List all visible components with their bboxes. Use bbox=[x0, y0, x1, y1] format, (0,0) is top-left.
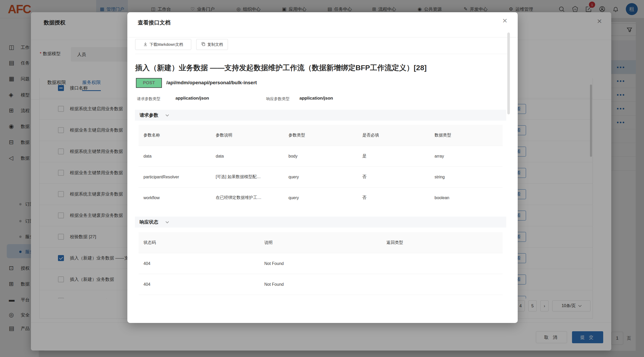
copy-icon bbox=[201, 42, 206, 47]
param-datatype: boolean bbox=[435, 196, 503, 200]
request-type-value: application/json bbox=[175, 96, 209, 101]
response-table-header: 状态码说明返回类型 bbox=[139, 232, 503, 253]
param-type: query bbox=[288, 196, 362, 200]
table-row: participantResolver [可选] 如果数据模型配… query … bbox=[139, 166, 503, 187]
request-params-section[interactable]: 请求参数 bbox=[135, 110, 506, 121]
param-name: participantResolver bbox=[143, 175, 216, 179]
response-table-body: 404 Not Found 404 Not Found bbox=[139, 253, 503, 295]
table-row: workflow 在已经绑定数据维护工… query 否 boolean bbox=[139, 187, 503, 208]
api-path: /api/mdm/openapi/personal/bulk-insert bbox=[166, 80, 257, 86]
request-table-body: data data body 是 array participantResolv… bbox=[139, 146, 503, 208]
chevron-down-icon bbox=[166, 113, 169, 116]
table-row: data data body 是 array bbox=[139, 146, 503, 166]
response-status-table: 状态码说明返回类型 404 Not Found 404 Not Found bbox=[139, 232, 503, 295]
param-datatype: string bbox=[435, 175, 503, 179]
column-header: 状态码 bbox=[143, 240, 264, 245]
status-desc: Not Found bbox=[264, 261, 386, 266]
status-desc: Not Found bbox=[264, 282, 386, 287]
api-doc-title: 插入（新建）业务数据 ——支持发起数据维护工作流（数据新增绑定BFP工作流定义）… bbox=[135, 63, 499, 73]
response-type-value: application/json bbox=[299, 96, 333, 101]
param-name: data bbox=[143, 154, 216, 159]
modal-title: 查看接口文档 bbox=[138, 19, 170, 26]
param-type: query bbox=[288, 175, 362, 179]
column-header: 返回类型 bbox=[386, 240, 503, 245]
param-required: 是 bbox=[362, 153, 435, 159]
status-code: 404 bbox=[143, 261, 264, 266]
screen: AFC ▦ 管理门户 ◫ 工作台 ♡ 业务门户 ◎ bbox=[0, 0, 644, 357]
api-doc-modal: 查看接口文档 × 下载Markdown文档 复制文档 插入（新建）业务数据 ——… bbox=[127, 12, 518, 323]
param-type: body bbox=[288, 154, 362, 159]
request-params-table: 参数名称参数说明参数类型是否必填数据类型 data data body 是 ar… bbox=[139, 125, 503, 208]
close-icon[interactable]: × bbox=[502, 16, 507, 25]
chevron-down-icon bbox=[166, 220, 169, 223]
download-markdown-button[interactable]: 下载Markdown文档 bbox=[135, 39, 191, 50]
param-desc: [可选] 如果数据模型配… bbox=[216, 174, 288, 180]
table-row: 404 Not Found bbox=[139, 274, 503, 295]
divider bbox=[135, 54, 510, 54]
response-type-label: 响应参数类型 bbox=[266, 96, 290, 101]
section-title: 请求参数 bbox=[140, 112, 158, 118]
param-required: 否 bbox=[362, 195, 435, 200]
status-code: 404 bbox=[143, 282, 264, 287]
param-name: workflow bbox=[143, 196, 216, 200]
doc-scrollbar[interactable] bbox=[507, 33, 510, 114]
response-status-section[interactable]: 响应状态 bbox=[135, 217, 506, 228]
table-row: 404 Not Found bbox=[139, 253, 503, 274]
column-header: 参数类型 bbox=[288, 133, 362, 138]
http-method-badge: POST bbox=[136, 78, 162, 88]
column-header: 说明 bbox=[264, 240, 386, 245]
download-markdown-label: 下载Markdown文档 bbox=[149, 42, 183, 47]
copy-doc-button[interactable]: 复制文档 bbox=[196, 39, 228, 50]
download-icon bbox=[143, 42, 148, 47]
param-desc: 在已经绑定数据维护工… bbox=[216, 195, 288, 200]
column-header: 参数名称 bbox=[143, 133, 216, 138]
param-required: 否 bbox=[362, 174, 435, 180]
divider bbox=[127, 37, 518, 37]
section-title: 响应状态 bbox=[140, 219, 158, 225]
param-desc: data bbox=[216, 154, 288, 159]
param-datatype: array bbox=[435, 154, 503, 159]
request-table-header: 参数名称参数说明参数类型是否必填数据类型 bbox=[139, 125, 503, 146]
copy-doc-label: 复制文档 bbox=[207, 42, 223, 47]
column-header: 是否必填 bbox=[362, 133, 435, 138]
column-header: 参数说明 bbox=[216, 133, 288, 138]
column-header: 数据类型 bbox=[435, 133, 503, 138]
request-type-label: 请求参数类型 bbox=[137, 96, 160, 101]
